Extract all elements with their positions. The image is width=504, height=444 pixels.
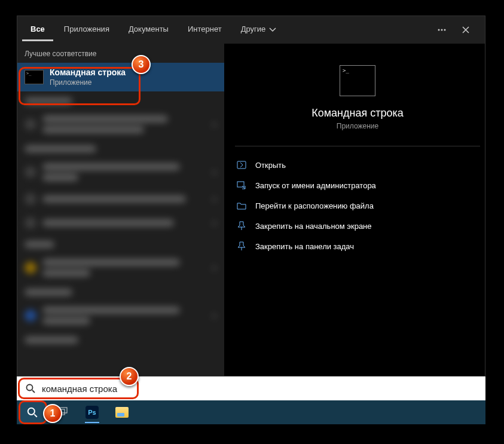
- svg-rect-7: [57, 409, 65, 415]
- action-pin-start-label: Закрепить на начальном экране: [255, 222, 372, 231]
- search-bar[interactable]: [17, 376, 485, 400]
- svg-point-6: [28, 408, 35, 415]
- svg-point-2: [444, 29, 446, 31]
- svg-rect-8: [60, 408, 67, 413]
- best-match-header: Лучшее соответствие: [17, 44, 224, 63]
- more-options-icon[interactable]: [437, 25, 447, 35]
- tab-all[interactable]: Все: [22, 19, 53, 41]
- filter-tabs: Все Приложения Документы Интернет Другие: [17, 16, 485, 44]
- search-input[interactable]: [42, 384, 477, 394]
- action-run-admin-label: Запуск от имени администратора: [255, 181, 376, 190]
- tab-web[interactable]: Интернет: [179, 19, 230, 41]
- search-window: Все Приложения Документы Интернет Другие…: [17, 16, 485, 376]
- taskbar-search-button[interactable]: [19, 402, 45, 423]
- action-open-location[interactable]: Перейти к расположению файла: [235, 195, 480, 216]
- action-run-admin[interactable]: Запуск от имени администратора: [235, 175, 480, 195]
- action-pin-taskbar[interactable]: Закрепить на панели задач: [235, 236, 480, 256]
- preview-header: Командная строка Приложение: [235, 54, 480, 146]
- blurred-other-results: › › › ›: [17, 91, 224, 348]
- preview-title: Командная строка: [311, 107, 404, 120]
- result-subtitle: Приложение: [50, 78, 217, 87]
- preview-actions: Открыть Запуск от имени администратора П…: [235, 146, 480, 256]
- svg-point-1: [441, 29, 443, 31]
- svg-rect-3: [237, 161, 246, 169]
- preview-panel: Командная строка Приложение Открыть Запу…: [224, 44, 485, 376]
- admin-icon: [236, 180, 247, 191]
- open-icon: [236, 160, 247, 170]
- search-icon: [25, 383, 36, 394]
- pin-taskbar-icon: [236, 241, 247, 252]
- chevron-down-icon: [268, 25, 277, 34]
- taskbar-photoshop-button[interactable]: Ps: [79, 402, 105, 423]
- result-title: Командная строка: [50, 68, 217, 77]
- main-area: Лучшее соответствие Командная строка При…: [17, 44, 485, 376]
- tab-documents[interactable]: Документы: [120, 19, 177, 41]
- results-panel: Лучшее соответствие Командная строка При…: [17, 44, 224, 376]
- taskview-icon: [56, 406, 68, 418]
- explorer-icon: [115, 407, 129, 418]
- tab-apps[interactable]: Приложения: [56, 19, 118, 41]
- folder-open-icon: [236, 200, 247, 211]
- result-text: Командная строка Приложение: [50, 68, 217, 87]
- action-open-location-label: Перейти к расположению файла: [255, 201, 374, 210]
- preview-cmd-icon: [340, 65, 375, 96]
- action-open-label: Открыть: [255, 161, 286, 170]
- tab-more-label: Другие: [241, 25, 266, 33]
- tab-more[interactable]: Другие: [233, 19, 286, 42]
- search-icon: [26, 406, 38, 418]
- action-pin-taskbar-label: Закрепить на панели задач: [255, 242, 354, 251]
- svg-point-0: [438, 29, 440, 31]
- taskbar-explorer-button[interactable]: [109, 402, 135, 423]
- taskbar-taskview-button[interactable]: [49, 402, 75, 423]
- action-open[interactable]: Открыть: [235, 155, 480, 175]
- taskbar: Ps: [17, 400, 485, 424]
- close-icon[interactable]: [461, 25, 471, 35]
- action-pin-start[interactable]: Закрепить на начальном экране: [235, 216, 480, 236]
- result-cmd[interactable]: Командная строка Приложение: [17, 63, 224, 91]
- photoshop-icon: Ps: [85, 406, 99, 419]
- cmd-icon: [25, 70, 44, 84]
- pin-start-icon: [236, 221, 247, 231]
- svg-point-5: [27, 385, 33, 391]
- preview-subtitle: Приложение: [337, 122, 378, 130]
